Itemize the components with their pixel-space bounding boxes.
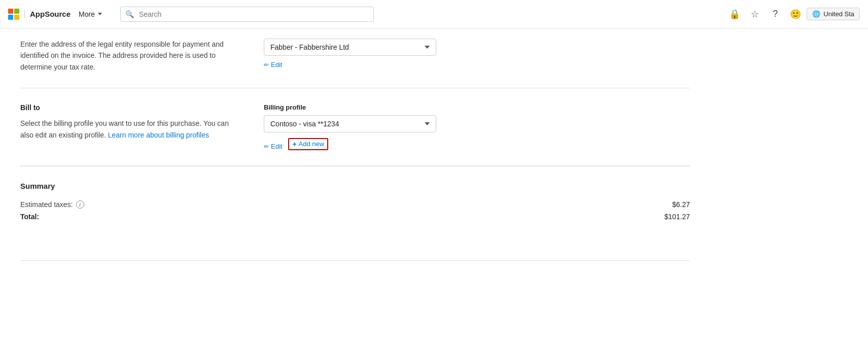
billing-profile-value: Contoso - visa **1234 [270, 120, 339, 128]
microsoft-logo [8, 9, 19, 20]
logo-yellow-sq [14, 15, 19, 20]
globe-icon: 🌐 [812, 10, 820, 18]
navbar: AppSource More 🔍 🔒 ☆ ? 🙂 🌐 United Sta [0, 0, 868, 28]
region-label: United Sta [823, 10, 854, 18]
help-icon: ? [773, 9, 778, 19]
info-icon[interactable]: i [76, 200, 84, 209]
bottom-divider [20, 260, 690, 261]
lock-icon: 🔒 [729, 9, 740, 20]
logo-red-sq [8, 9, 13, 14]
billing-profile-edit-link[interactable]: ✏ Edit [264, 143, 282, 150]
search-input[interactable] [120, 7, 374, 22]
region-button[interactable]: 🌐 United Sta [807, 8, 860, 20]
bill-to-description-col: Bill to Select the billing profile you w… [20, 104, 233, 141]
address-dropdown-value: Fabber - Fabbershire Ltd [270, 43, 349, 51]
chevron-down-icon [425, 46, 430, 49]
address-dropdown-col: Fabber - Fabbershire Ltd ✏ Edit [264, 39, 436, 69]
account-icon: 🙂 [790, 9, 801, 20]
address-description-col: Enter the address of the legal entity re… [20, 39, 233, 73]
billing-edit-label: Edit [271, 143, 282, 150]
billing-profile-dropdown[interactable]: Contoso - visa **1234 [264, 115, 436, 132]
add-new-billing-profile-link[interactable]: + Add new [288, 138, 328, 150]
account-icon-button[interactable]: 🙂 [786, 5, 805, 23]
bill-to-section: Bill to Select the billing profile you w… [20, 88, 690, 166]
estimated-taxes-value: $6.27 [672, 200, 690, 209]
brand-name: AppSource [24, 10, 71, 18]
logo-blue-sq [8, 15, 13, 20]
summary-section: Summary Estimated taxes: i $6.27 Total: … [20, 166, 690, 240]
estimated-taxes-label-group: Estimated taxes: i [20, 200, 84, 209]
address-description: Enter the address of the legal entity re… [20, 39, 233, 73]
more-label: More [79, 10, 95, 18]
bill-to-title: Bill to [20, 104, 233, 112]
logo-group: AppSource [8, 9, 71, 20]
billing-profile-label: Billing profile [264, 104, 436, 111]
pencil-icon: ✏ [264, 61, 269, 69]
search-icon: 🔍 [125, 10, 134, 18]
learn-more-label: Learn more about billing profiles [108, 131, 209, 139]
address-edit-label: Edit [271, 61, 282, 69]
search-container: 🔍 [120, 7, 374, 22]
chevron-down-icon [98, 13, 102, 15]
main-content: Enter the address of the legal entity re… [0, 28, 710, 261]
address-edit-link[interactable]: ✏ Edit [264, 61, 282, 69]
summary-title: Summary [20, 182, 690, 190]
bill-to-description: Select the billing profile you want to u… [20, 118, 233, 141]
estimated-taxes-label: Estimated taxes: [20, 200, 73, 209]
estimated-taxes-row: Estimated taxes: i $6.27 [20, 200, 690, 209]
logo-green-sq [14, 9, 19, 14]
total-row: Total: $101.27 [20, 213, 690, 221]
billing-profile-actions: ✏ Edit + Add new [264, 138, 436, 150]
total-label: Total: [20, 213, 39, 221]
star-icon: ☆ [751, 9, 759, 20]
favorite-icon-button[interactable]: ☆ [746, 5, 764, 23]
address-dropdown[interactable]: Fabber - Fabbershire Ltd [264, 39, 436, 56]
help-icon-button[interactable]: ? [766, 5, 784, 23]
pencil-icon: ✏ [264, 143, 269, 150]
billing-profile-col: Billing profile Contoso - visa **1234 ✏ … [264, 104, 436, 150]
plus-icon: + [292, 140, 296, 148]
learn-more-link[interactable]: Learn more about billing profiles [108, 131, 209, 139]
lock-icon-button[interactable]: 🔒 [725, 5, 744, 23]
add-new-label: Add new [299, 140, 325, 148]
chevron-down-icon [425, 122, 430, 125]
navbar-actions: 🔒 ☆ ? 🙂 🌐 United Sta [725, 5, 860, 23]
billing-address-section: Enter the address of the legal entity re… [20, 28, 690, 88]
total-value: $101.27 [664, 213, 690, 221]
more-menu-button[interactable]: More [75, 8, 106, 20]
